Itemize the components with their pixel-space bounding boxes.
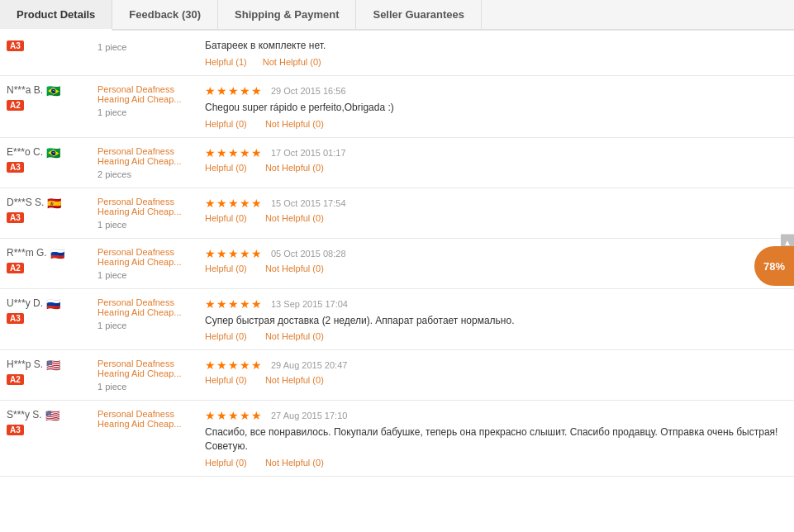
review-header-6: ★★★★★ 27 Aug 2015 17:10	[205, 409, 787, 422]
user-col-partial: A3	[7, 39, 97, 51]
flag-1: 🇧🇷	[46, 147, 61, 157]
helpful-yes-3[interactable]: Helpful (0)	[205, 264, 247, 273]
review-col-partial: Батареек в комплекте нет. Helpful (1) No…	[205, 39, 787, 67]
review-date-0: 29 Oct 2015 16:56	[271, 86, 346, 96]
tab-shipping-payment[interactable]: Shipping & Payment	[218, 0, 356, 29]
review-header-3: ★★★★★ 05 Oct 2015 08:28	[205, 247, 787, 260]
product-name-3[interactable]: Personal Deafness Hearing Aid Cheap...	[97, 247, 197, 267]
helpful-sep-5	[254, 375, 259, 385]
tab-feedback[interactable]: Feedback (30)	[112, 0, 218, 29]
user-text-1: E***o C.	[7, 146, 43, 158]
user-name-0: N***a B. 🇧🇷	[7, 84, 61, 96]
user-col-5: H***p S. 🇺🇸 A2	[7, 359, 97, 385]
helpful-no-0[interactable]: Not Helpful (0)	[265, 119, 324, 129]
reviews-container: N***a B. 🇧🇷 A2 Personal Deafness Hearing…	[0, 76, 794, 477]
helpful-sep-6	[254, 458, 259, 468]
tab-product-details[interactable]: Product Details	[0, 0, 112, 31]
reviews-area: A3 1 piece Батареек в комплекте нет. Hel…	[0, 31, 794, 477]
stars-6: ★★★★★	[205, 409, 263, 422]
helpful-yes-partial[interactable]: Helpful (1)	[205, 57, 247, 67]
badge-1: A3	[7, 162, 24, 173]
flag-0: 🇧🇷	[46, 85, 61, 95]
helpful-sep-0	[254, 119, 259, 129]
scroll-indicator[interactable]: 78%	[754, 246, 794, 286]
review-header-5: ★★★★★ 29 Aug 2015 20:47	[205, 359, 787, 372]
helpful-no-partial[interactable]: Not Helpful (0)	[263, 57, 321, 67]
product-col-5: Personal Deafness Hearing Aid Cheap... 1…	[97, 359, 205, 392]
user-name-3: R***m G. 🇷🇺	[7, 247, 65, 259]
badge-4: A3	[7, 313, 24, 324]
badge-2: A3	[7, 212, 24, 223]
product-col-partial: 1 piece	[97, 39, 205, 52]
helpful-yes-0[interactable]: Helpful (0)	[205, 119, 247, 129]
helpful-row-3: Helpful (0) Not Helpful (0)	[205, 264, 787, 273]
review-header-0: ★★★★★ 29 Oct 2015 16:56	[205, 84, 787, 97]
helpful-yes-6[interactable]: Helpful (0)	[205, 458, 247, 468]
product-name-1[interactable]: Personal Deafness Hearing Aid Cheap...	[97, 146, 197, 166]
product-col-6: Personal Deafness Hearing Aid Cheap...	[97, 409, 205, 432]
product-name-4[interactable]: Personal Deafness Hearing Aid Cheap...	[97, 297, 197, 317]
helpful-yes-4[interactable]: Helpful (0)	[205, 331, 247, 341]
review-date-5: 29 Aug 2015 20:47	[271, 360, 347, 370]
product-name-2[interactable]: Personal Deafness Hearing Aid Cheap...	[97, 197, 197, 216]
badge-5: A2	[7, 374, 24, 385]
badge-3: A2	[7, 263, 24, 273]
review-date-3: 05 Oct 2015 08:28	[271, 249, 346, 259]
review-header-2: ★★★★★ 15 Oct 2015 17:54	[205, 197, 787, 210]
helpful-yes-1[interactable]: Helpful (0)	[205, 163, 247, 173]
user-col-4: U***y D. 🇷🇺 A3	[7, 297, 97, 324]
product-col-3: Personal Deafness Hearing Aid Cheap... 1…	[97, 247, 205, 280]
review-row: N***a B. 🇧🇷 A2 Personal Deafness Hearing…	[0, 76, 794, 138]
review-date-2: 15 Oct 2015 17:54	[271, 198, 346, 208]
helpful-no-4[interactable]: Not Helpful (0)	[265, 331, 324, 341]
user-col-6: S***y S. 🇺🇸 A3	[7, 409, 97, 435]
qty-1: 2 pieces	[97, 169, 197, 179]
user-name-5: H***p S. 🇺🇸	[7, 359, 61, 370]
review-text-partial: Батареек в комплекте нет.	[205, 39, 787, 53]
helpful-sep-2	[254, 213, 259, 223]
tab-seller-guarantees[interactable]: Seller Guarantees	[356, 0, 482, 29]
helpful-no-3[interactable]: Not Helpful (0)	[265, 264, 324, 273]
review-text-0: Chegou super rápido e perfeito,Obrigada …	[205, 101, 787, 115]
user-name-1: E***o C. 🇧🇷	[7, 146, 61, 158]
user-name-4: U***y D. 🇷🇺	[7, 297, 61, 309]
review-header-1: ★★★★★ 17 Oct 2015 01:17	[205, 146, 787, 159]
qty-3: 1 piece	[97, 270, 197, 280]
helpful-sep-1	[254, 163, 259, 173]
product-col-0: Personal Deafness Hearing Aid Cheap... 1…	[97, 84, 205, 117]
review-row: S***y S. 🇺🇸 A3 Personal Deafness Hearing…	[0, 401, 794, 477]
helpful-no-2[interactable]: Not Helpful (0)	[265, 213, 324, 223]
stars-2: ★★★★★	[205, 197, 263, 210]
helpful-row-2: Helpful (0) Not Helpful (0)	[205, 213, 787, 223]
helpful-row-6: Helpful (0) Not Helpful (0)	[205, 458, 787, 468]
review-date-6: 27 Aug 2015 17:10	[271, 411, 347, 420]
review-header-4: ★★★★★ 13 Sep 2015 17:04	[205, 297, 787, 311]
user-col-2: D***S S. 🇪🇸 A3	[7, 197, 97, 223]
helpful-no-5[interactable]: Not Helpful (0)	[265, 375, 324, 385]
stars-1: ★★★★★	[205, 146, 263, 159]
review-date-4: 13 Sep 2015 17:04	[271, 299, 348, 309]
badge-partial: A3	[7, 40, 24, 51]
product-name-6[interactable]: Personal Deafness Hearing Aid Cheap...	[97, 409, 197, 429]
helpful-yes-2[interactable]: Helpful (0)	[205, 213, 247, 223]
product-name-5[interactable]: Personal Deafness Hearing Aid Cheap...	[97, 359, 197, 378]
helpful-row-1: Helpful (0) Not Helpful (0)	[205, 163, 787, 173]
qty-partial: 1 piece	[97, 42, 197, 52]
helpful-sep-partial	[254, 57, 256, 67]
helpful-yes-5[interactable]: Helpful (0)	[205, 375, 247, 385]
review-text-6: Спасибо, все понравилось. Покупали бабуш…	[205, 425, 787, 454]
flag-6: 🇺🇸	[45, 410, 60, 420]
user-name-6: S***y S. 🇺🇸	[7, 409, 60, 420]
helpful-no-6[interactable]: Not Helpful (0)	[265, 458, 324, 468]
helpful-no-1[interactable]: Not Helpful (0)	[265, 163, 324, 173]
product-name-0[interactable]: Personal Deafness Hearing Aid Cheap...	[97, 84, 197, 104]
qty-0: 1 piece	[97, 107, 197, 117]
review-col-4: ★★★★★ 13 Sep 2015 17:04 Супер быстрая до…	[205, 297, 787, 342]
stars-4: ★★★★★	[205, 297, 263, 311]
helpful-row-5: Helpful (0) Not Helpful (0)	[205, 375, 787, 385]
flag-4: 🇷🇺	[46, 298, 61, 308]
user-name-2: D***S S. 🇪🇸	[7, 197, 62, 208]
review-col-1: ★★★★★ 17 Oct 2015 01:17 Helpful (0) Not …	[205, 146, 787, 173]
review-col-2: ★★★★★ 15 Oct 2015 17:54 Helpful (0) Not …	[205, 197, 787, 223]
stars-0: ★★★★★	[205, 84, 263, 97]
